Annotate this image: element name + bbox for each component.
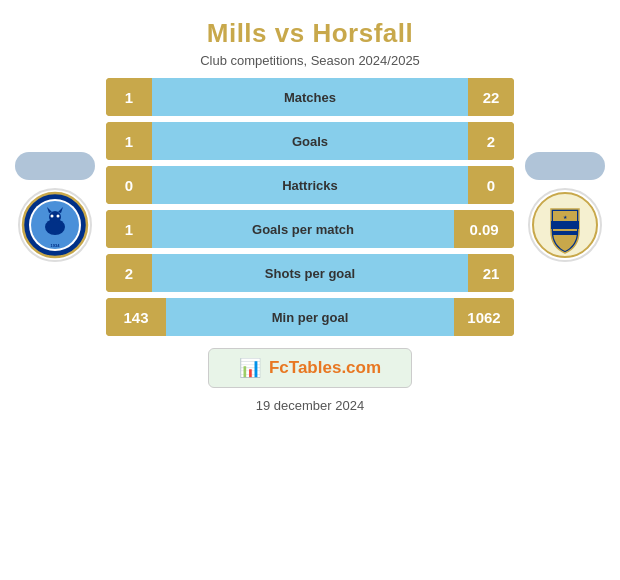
stat-left-value: 1	[106, 122, 152, 160]
stat-label: Goals	[152, 122, 468, 160]
stat-row: 1Goals per match0.09	[106, 210, 514, 248]
svg-rect-15	[565, 231, 577, 235]
tables-text: Tables.com	[289, 358, 381, 377]
chart-icon: 📊	[239, 357, 261, 379]
stat-row: 1Goals2	[106, 122, 514, 160]
footer-date: 19 december 2024	[256, 398, 364, 413]
left-pill-decoration	[15, 152, 95, 180]
svg-text:1934: 1934	[51, 243, 61, 248]
stat-label: Matches	[152, 78, 468, 116]
stat-right-value: 1062	[454, 298, 514, 336]
stat-row: 1Matches22	[106, 78, 514, 116]
stat-left-value: 2	[106, 254, 152, 292]
stat-row: 143Min per goal1062	[106, 298, 514, 336]
stat-right-value: 2	[468, 122, 514, 160]
stat-left-value: 1	[106, 78, 152, 116]
stat-left-value: 1	[106, 210, 152, 248]
newport-badge-icon: ★	[531, 191, 599, 259]
stat-label: Hattricks	[152, 166, 468, 204]
page: Mills vs Horsfall Club competitions, Sea…	[0, 0, 620, 580]
page-title: Mills vs Horsfall	[207, 18, 413, 49]
left-club-section: 1934	[10, 152, 100, 262]
svg-rect-11	[551, 221, 579, 229]
peterborough-badge-icon: 1934	[21, 191, 89, 259]
stat-row: 2Shots per goal21	[106, 254, 514, 292]
svg-point-8	[57, 215, 60, 218]
stat-right-value: 0.09	[454, 210, 514, 248]
main-area: 1934 1Matches221Goals20Hattricks01Goals …	[0, 78, 620, 336]
right-pill-decoration	[525, 152, 605, 180]
svg-point-4	[49, 211, 61, 223]
stat-label: Shots per goal	[152, 254, 468, 292]
stat-left-value: 143	[106, 298, 166, 336]
banner-text: FcTables.com	[269, 358, 381, 378]
fc-text: Fc	[269, 358, 289, 377]
stat-row: 0Hattricks0	[106, 166, 514, 204]
left-club-logo: 1934	[18, 188, 92, 262]
stat-label: Min per goal	[166, 298, 454, 336]
stats-panel: 1Matches221Goals20Hattricks01Goals per m…	[100, 78, 520, 336]
right-club-logo: ★	[528, 188, 602, 262]
stat-left-value: 0	[106, 166, 152, 204]
svg-rect-14	[553, 231, 565, 235]
fctables-banner: 📊 FcTables.com	[208, 348, 412, 388]
right-club-section: ★	[520, 152, 610, 262]
svg-point-7	[51, 215, 54, 218]
stat-right-value: 21	[468, 254, 514, 292]
stat-right-value: 0	[468, 166, 514, 204]
subtitle: Club competitions, Season 2024/2025	[200, 53, 420, 68]
stat-label: Goals per match	[152, 210, 454, 248]
stat-right-value: 22	[468, 78, 514, 116]
